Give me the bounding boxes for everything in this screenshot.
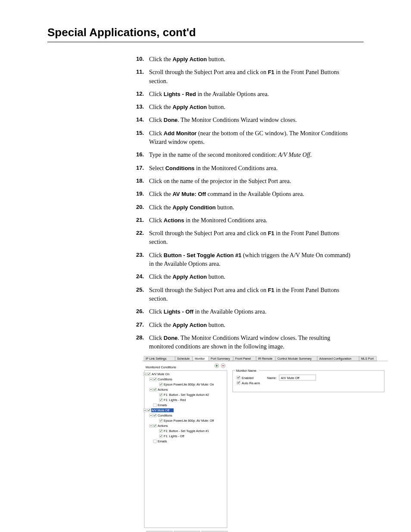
step-item: 24.Click the Apply Action button. xyxy=(129,273,355,281)
screenshot-figure: IP Link SettingsScheduleMonitorPort Summ… xyxy=(142,355,388,532)
step-text: Type in the name of the second monitored… xyxy=(149,151,355,159)
svg-text:Control Module Summary: Control Module Summary xyxy=(277,357,312,361)
step-number: 26. xyxy=(129,308,144,316)
step-number: 18. xyxy=(129,177,144,186)
step-number: 15. xyxy=(129,129,144,147)
title-rule xyxy=(47,42,364,42)
svg-text:Monitor Name: Monitor Name xyxy=(236,369,256,373)
step-text: Click Done. The Monitor Conditions Wizar… xyxy=(149,116,355,124)
svg-text:IR Remote: IR Remote xyxy=(258,357,273,360)
step-text: Scroll through the Subject Port area and… xyxy=(149,229,355,247)
step-item: 17.Select Conditions in the Monitored Co… xyxy=(129,164,355,173)
svg-text:Actions: Actions xyxy=(158,424,168,428)
step-item: 12.Click Lights - Red in the Available O… xyxy=(129,90,355,99)
step-number: 20. xyxy=(129,203,144,212)
step-item: 28.Click Done. The Monitor Conditions Wi… xyxy=(129,334,355,352)
step-text: Click Lights - Off in the Available Opti… xyxy=(149,308,355,316)
svg-text:IP Link Settings: IP Link Settings xyxy=(146,357,167,361)
step-number: 24. xyxy=(129,273,144,281)
step-number: 23. xyxy=(129,251,144,269)
svg-text:Name:: Name: xyxy=(267,376,277,380)
step-item: 21.Click Actions in the Monitored Condit… xyxy=(129,216,355,225)
svg-text:Actions: Actions xyxy=(158,388,168,392)
svg-text:A/V Mute Off: A/V Mute Off xyxy=(281,376,300,380)
svg-text:Conditions: Conditions xyxy=(158,414,172,417)
step-text: Click Button - Set Toggle Action #1 (whi… xyxy=(149,251,355,269)
svg-text:Monitor: Monitor xyxy=(195,357,205,360)
step-number: 19. xyxy=(129,190,144,199)
step-text: Click the Apply Action button. xyxy=(149,321,355,330)
svg-text:F1: Lights - Off: F1: Lights - Off xyxy=(164,434,184,438)
step-text: Click Done. The Monitor Conditions Wizar… xyxy=(149,334,355,352)
step-text: Click the Apply Action button. xyxy=(149,273,355,281)
step-text: Click the Apply Action button. xyxy=(149,55,355,64)
step-item: 22.Scroll through the Subject Port area … xyxy=(129,229,355,247)
step-item: 27.Click the Apply Action button. xyxy=(129,321,355,330)
step-number: 16. xyxy=(129,151,144,159)
svg-text:A/V Mute Off: A/V Mute Off xyxy=(152,408,169,412)
step-item: 14.Click Done. The Monitor Conditions Wi… xyxy=(129,116,355,124)
step-item: 13.Click the Apply Action button. xyxy=(129,103,355,112)
step-text: Scroll through the Subject Port area and… xyxy=(149,286,355,304)
svg-text:Emails: Emails xyxy=(158,403,167,407)
step-number: 14. xyxy=(129,116,144,124)
step-text: Scroll through the Subject Port area and… xyxy=(149,68,355,86)
page-title: Special Applications, cont'd xyxy=(47,26,381,41)
step-number: 10. xyxy=(129,55,144,64)
step-number: 17. xyxy=(129,164,144,173)
step-item: 19.Click the AV Mute: Off command in the… xyxy=(129,190,355,199)
step-text: Click Add Monitor (near the bottom of th… xyxy=(149,129,355,147)
step-text: Select Conditions in the Monitored Condi… xyxy=(149,164,355,173)
svg-text:F1: Button - Set Toggle Action: F1: Button - Set Toggle Action #1 xyxy=(164,429,209,433)
step-item: 23.Click Button - Set Toggle Action #1 (… xyxy=(129,251,355,269)
step-text: Click Actions in the Monitored Condition… xyxy=(149,216,355,225)
svg-text:Schedule: Schedule xyxy=(177,357,190,360)
step-item: 15.Click Add Monitor (near the bottom of… xyxy=(129,129,355,147)
step-item: 11.Scroll through the Subject Port area … xyxy=(129,68,355,86)
step-number: 25. xyxy=(129,286,144,304)
svg-text:A/V Mute On: A/V Mute On xyxy=(152,372,169,376)
step-item: 25.Scroll through the Subject Port area … xyxy=(129,286,355,304)
step-number: 12. xyxy=(129,90,144,99)
step-item: 16.Type in the name of the second monito… xyxy=(129,151,355,159)
svg-text:Emails: Emails xyxy=(158,439,167,443)
step-item: 18.Click on the name of the projector in… xyxy=(129,177,355,186)
step-list: 10.Click the Apply Action button.11.Scro… xyxy=(129,55,355,351)
svg-text:Auto Re-arm: Auto Re-arm xyxy=(242,381,260,385)
step-text: Click on the name of the projector in th… xyxy=(149,177,355,186)
step-text: Click Lights - Red in the Available Opti… xyxy=(149,90,355,99)
svg-text:Epson PowerLite 800p: AV Mute:: Epson PowerLite 800p: AV Mute: Off xyxy=(164,419,214,423)
svg-rect-65 xyxy=(153,440,156,443)
step-number: 22. xyxy=(129,229,144,247)
svg-text:Advanced Configuration: Advanced Configuration xyxy=(319,357,352,361)
svg-text:Conditions: Conditions xyxy=(158,377,172,381)
step-text: Click the AV Mute: Off command in the Av… xyxy=(149,190,355,199)
step-number: 21. xyxy=(129,216,144,225)
svg-text:Epson PowerLite 800p: AV Mute:: Epson PowerLite 800p: AV Mute: On xyxy=(164,383,214,386)
svg-rect-44 xyxy=(153,404,156,407)
step-text: Click the Apply Action button. xyxy=(149,103,355,112)
step-item: 20.Click the Apply Condition button. xyxy=(129,203,355,212)
step-item: 10.Click the Apply Action button. xyxy=(129,55,355,64)
step-number: 27. xyxy=(129,321,144,330)
step-text: Click the Apply Condition button. xyxy=(149,203,355,212)
svg-text:F1: Button - Set Toggle Action: F1: Button - Set Toggle Action #2 xyxy=(164,393,209,397)
step-number: 11. xyxy=(129,68,144,86)
svg-text:Monitored Conditions: Monitored Conditions xyxy=(146,365,176,369)
svg-text:F1: Lights - Red: F1: Lights - Red xyxy=(164,398,186,402)
svg-text:Enabled: Enabled xyxy=(242,376,254,380)
svg-text:MLS Port: MLS Port xyxy=(361,357,374,360)
step-item: 26.Click Lights - Off in the Available O… xyxy=(129,308,355,316)
step-number: 13. xyxy=(129,103,144,112)
svg-text:Front Panel: Front Panel xyxy=(235,357,251,360)
step-number: 28. xyxy=(129,334,144,352)
svg-text:Port Summary: Port Summary xyxy=(211,357,230,361)
